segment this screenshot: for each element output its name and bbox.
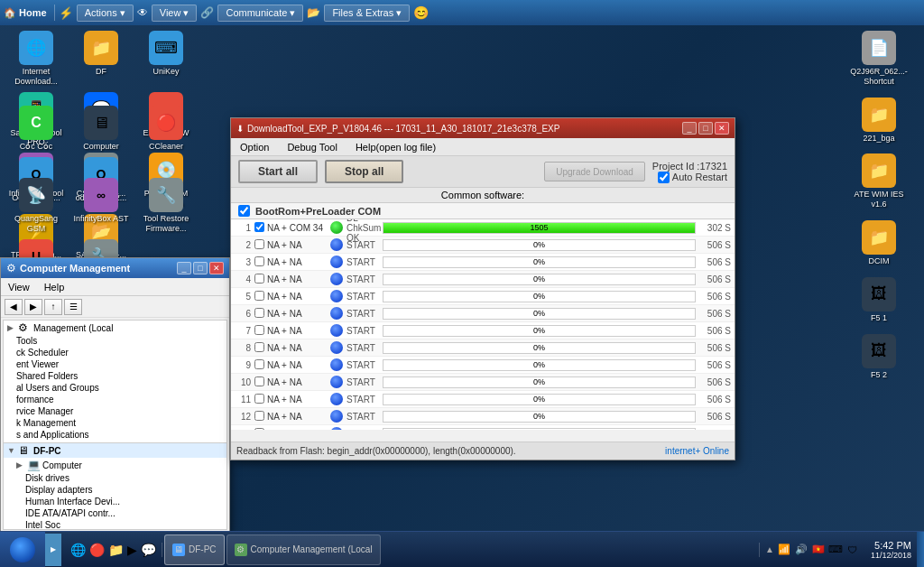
slot-size: 506 S — [699, 292, 731, 302]
tree-item-computer[interactable]: ▶ 💻 Computer — [4, 458, 226, 472]
desktop-icon-unikey[interactable]: ⌨ UniKey — [134, 29, 198, 88]
close-button[interactable]: ✕ — [209, 262, 224, 274]
stop-all-button[interactable]: Stop all — [325, 160, 403, 183]
tree-item-disk-mgmt[interactable]: k Management — [4, 417, 226, 429]
slot-checkbox-11[interactable] — [254, 394, 264, 404]
view-btn[interactable]: View ▾ — [152, 5, 198, 22]
desktop-icon-infinity-ast[interactable]: ∞ InfinityBox AST — [69, 176, 133, 236]
slot-size: 506 S — [699, 360, 731, 370]
desktop-icon-coccoc[interactable]: C Cốc Cốc — [5, 104, 68, 153]
taskbar-items: 🌐 🔴 📁 ▶ 💬 🖥 DF-PC ⚙ Computer Management … — [61, 534, 759, 565]
desktop-icon-f5-1[interactable]: 🖼 F5 1 — [847, 275, 910, 325]
slot-checkbox-7[interactable] — [254, 325, 264, 335]
desktop-icon-ate-wim[interactable]: 📁 ATE WIM IES v1.6 — [847, 152, 910, 211]
start-button[interactable] — [0, 532, 45, 568]
show-desktop-btn[interactable]: ▶ — [45, 534, 61, 566]
desktop-icon-shortcut[interactable]: 📄 Q2J96R_062...- Shortcut — [847, 29, 910, 88]
tree-item-scheduler[interactable]: ck Scheduler — [4, 347, 226, 358]
show-desktop-side[interactable] — [917, 532, 924, 568]
files-extras-btn[interactable]: Files & Extras ▾ — [324, 5, 410, 22]
desktop-icon-df[interactable]: 📁 DF — [69, 29, 133, 88]
communicate-btn[interactable]: Communicate ▾ — [217, 5, 303, 22]
dl-maximize-btn[interactable]: □ — [698, 122, 713, 135]
tree-item-dfpc[interactable]: ▼ 🖥 DF-PC — [4, 443, 226, 458]
menu-help[interactable]: Help — [37, 280, 72, 294]
tree-item-tools[interactable]: Tools — [4, 335, 226, 347]
tray-network-icon[interactable]: 📶 — [777, 543, 791, 557]
slot-status: START — [346, 429, 383, 431]
maximize-button[interactable]: □ — [193, 262, 208, 274]
view-icon[interactable]: 👁 — [137, 6, 148, 19]
menu-view[interactable]: View — [1, 280, 37, 294]
slot-checkbox-5[interactable] — [254, 291, 264, 301]
taskbar-ie-icon[interactable]: 🌐 — [70, 543, 86, 557]
communicate-icon[interactable]: 🔗 — [200, 6, 214, 19]
desktop-icon-221-bga[interactable]: 📁 221_bga — [847, 96, 910, 145]
tree-item-display[interactable]: Display adapters — [4, 484, 226, 496]
desktop-icon-f5-2[interactable]: 🖼 F5 2 — [847, 332, 910, 382]
slot-number: 8 — [235, 343, 254, 353]
menu-help[interactable]: Help(open log file) — [346, 140, 445, 154]
taskbar-messenger-icon[interactable]: 💬 — [141, 543, 156, 557]
slot-checkbox-3[interactable] — [254, 256, 264, 266]
minimize-button[interactable]: _ — [177, 262, 191, 274]
toolbar-forward[interactable]: ▶ — [24, 299, 42, 315]
tree-item-service[interactable]: rvice Manager — [4, 405, 226, 417]
desktop-icon-internet[interactable]: 🌐 Internet Download... — [5, 29, 68, 88]
slot-checkbox-2[interactable] — [254, 239, 264, 249]
tree-item-ide[interactable]: IDE ATA/ATAPI contr... — [4, 507, 226, 519]
desktop-icon-computer[interactable]: 🖥 Computer — [69, 104, 133, 153]
desktop-icon-quangsang[interactable]: 📡 QuangSang GSM — [5, 176, 68, 236]
system-clock[interactable]: 5:42 PM 11/12/2018 — [865, 540, 917, 560]
upgrade-download-button[interactable]: Upgrade Download — [544, 162, 645, 181]
boot-rom-checkbox[interactable] — [238, 205, 250, 217]
dl-close-btn[interactable]: ✕ — [715, 122, 729, 135]
dl-minimize-btn[interactable]: _ — [682, 122, 697, 135]
tree-item-intel-soc[interactable]: Intel Soc — [4, 519, 226, 530]
tray-volume-icon[interactable]: 🔊 — [794, 543, 808, 557]
tray-keyboard-icon[interactable]: ⌨ — [828, 543, 843, 557]
tray-expand-btn[interactable]: ▲ — [765, 544, 774, 554]
slot-checkbox-12[interactable] — [254, 411, 264, 421]
desktop-icon-dcim[interactable]: 📁 DCIM — [847, 218, 910, 268]
tree-item-management[interactable]: ▶ ⚙ Management (Local — [4, 321, 226, 335]
slot-checkbox-1[interactable] — [254, 222, 264, 232]
start-all-button[interactable]: Start all — [238, 160, 318, 183]
tray-flag-icon[interactable]: 🇻🇳 — [811, 543, 826, 557]
slot-checkbox-9[interactable] — [254, 359, 264, 369]
tree-item-users[interactable]: al Users and Groups — [4, 382, 226, 394]
slot-checkbox-4[interactable] — [254, 274, 264, 284]
slot-checkbox-6[interactable] — [254, 308, 264, 318]
slot-size: 506 S — [699, 395, 731, 404]
menu-debug-tool[interactable]: Debug Tool — [278, 140, 346, 154]
slot-size: 506 S — [699, 274, 731, 284]
lightning-icon[interactable]: ⚡ — [59, 6, 73, 20]
toolbar-back[interactable]: ◀ — [5, 299, 23, 315]
taskbar-dfpc-item[interactable]: 🖥 DF-PC — [164, 534, 225, 565]
toolbar-up[interactable]: ↑ — [44, 299, 62, 315]
desktop-icon-ccleaner[interactable]: 🔴 CCleaner — [134, 104, 198, 153]
slot-checkbox-10[interactable] — [254, 376, 264, 386]
clock-time: 5:42 PM — [871, 540, 911, 551]
tree-item-services-apps[interactable]: s and Applications — [4, 429, 226, 441]
comp-mgmt-menubar: View Help — [1, 278, 229, 296]
slot-checkbox-13[interactable] — [254, 428, 264, 431]
taskbar-compmgmt-item[interactable]: ⚙ Computer Management (Local — [226, 534, 381, 565]
app-home-btn[interactable]: 🏠 Home — [4, 7, 47, 19]
tree-item-hid[interactable]: Human Interface Devi... — [4, 496, 226, 507]
slot-checkbox-8[interactable] — [254, 342, 264, 352]
toolbar-view[interactable]: ☰ — [64, 299, 82, 315]
tree-item-performance[interactable]: formance — [4, 394, 226, 405]
actions-btn[interactable]: Actions ▾ — [77, 5, 134, 22]
taskbar-chrome-icon[interactable]: 🔴 — [89, 543, 105, 557]
auto-restart-checkbox[interactable] — [658, 172, 670, 183]
taskbar-folder-icon[interactable]: 📁 — [108, 543, 124, 557]
tray-security-icon[interactable]: 🛡 — [845, 543, 860, 557]
tree-item-shared[interactable]: Shared Folders — [4, 370, 226, 382]
files-icon[interactable]: 📂 — [307, 6, 320, 19]
desktop-icon-tool-restore1[interactable]: 🔧 Tool Restore Firmware... — [134, 176, 198, 236]
tree-item-viewer[interactable]: ent Viewer — [4, 358, 226, 370]
menu-option[interactable]: Option — [231, 140, 278, 154]
taskbar-player-icon[interactable]: ▶ — [127, 543, 137, 557]
tree-item-disk-drives[interactable]: Disk drives — [4, 472, 226, 484]
